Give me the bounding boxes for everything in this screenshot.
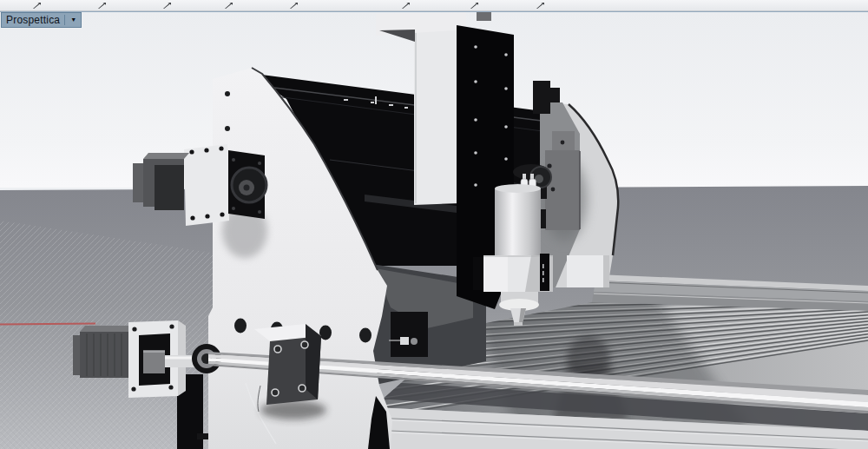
toolbar-icon-fragment[interactable] — [98, 3, 106, 9]
scene-canvas[interactable] — [0, 12, 868, 449]
toolbar-icon-fragment[interactable] — [225, 3, 233, 9]
toolbar-icon-fragment[interactable] — [470, 3, 478, 9]
stepper-motor-x — [73, 326, 137, 378]
toolbar-icon-fragment[interactable] — [163, 3, 171, 9]
application-window: Prospettica ▼ — [0, 0, 868, 449]
label-divider — [64, 15, 65, 25]
3d-viewport[interactable]: Prospettica ▼ — [0, 11, 868, 449]
viewport-name-tab[interactable]: Prospettica ▼ — [1, 12, 82, 28]
toolbar-icon-fragment[interactable] — [290, 3, 298, 9]
toolbar-strip — [0, 0, 868, 11]
x-axis-line — [0, 324, 95, 325]
toolbar-icon-fragment[interactable] — [402, 3, 410, 9]
toolbar-icon-fragment[interactable] — [536, 3, 544, 9]
toolbar-icon-fragment[interactable] — [33, 3, 41, 9]
chevron-down-icon[interactable]: ▼ — [68, 16, 79, 24]
viewport-name-label: Prospettica — [6, 14, 64, 26]
